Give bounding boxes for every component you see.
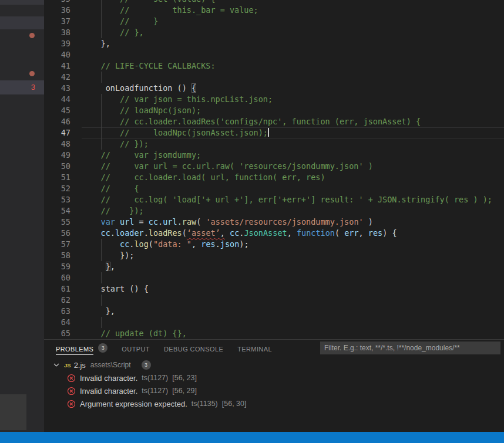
code-line-content[interactable]: // }, [82,27,504,38]
code-line-content[interactable]: }, [82,306,504,317]
code-line-content[interactable]: // loadNpc(jsonAsset.json); [82,127,504,138]
code-line[interactable]: 60 [44,272,504,283]
code-line-content[interactable]: // var url = cc.url.raw( 'resources/json… [82,161,504,172]
line-number[interactable]: 43 [44,83,70,94]
line-number[interactable]: 60 [44,272,70,283]
code-line[interactable]: 39 }, [44,38,504,49]
code-line-content[interactable]: }, [82,38,504,49]
problem-item[interactable]: Invalid character.ts(1127)[56, 23] [44,371,504,384]
line-number[interactable]: 63 [44,306,70,317]
problem-item[interactable]: Argument expression expected.ts(1135)[56… [44,397,504,410]
code-line[interactable]: 61 start () { [44,283,504,295]
line-number[interactable]: 55 [44,217,70,228]
line-number[interactable]: 48 [44,138,70,150]
line-number[interactable]: 37 [44,16,70,27]
line-number[interactable]: 45 [44,105,70,116]
code-line-content[interactable]: // cc.loader.load( url, function( err, r… [82,172,504,183]
code-line[interactable]: 65 // update (dt) {}, [44,328,504,339]
code-line-content[interactable]: // update (dt) {}, [82,328,504,339]
code-line-content[interactable]: // }); [82,138,504,150]
code-line-content[interactable]: onLoadfunction () { [82,83,504,94]
code-line-content[interactable] [82,317,504,328]
code-line[interactable]: 47 // loadNpc(jsonAsset.json); [44,127,504,138]
line-number[interactable]: 61 [44,283,70,295]
code-line[interactable]: 55 var url = cc.url.raw( 'assets/resourc… [44,217,504,228]
code-line[interactable]: 42 [44,72,504,83]
line-number[interactable]: 52 [44,183,70,194]
code-line-content[interactable]: // loadNpc(json); [82,105,504,116]
sidebar-row[interactable] [0,0,44,5]
code-line[interactable]: 45 // loadNpc(json); [44,105,504,116]
code-line[interactable]: 44 // var json = this.npcList.json; [44,94,504,105]
code-line-content[interactable]: // cc.log( 'load['+ url +'], err['+err+'… [82,194,504,205]
line-number[interactable]: 49 [44,150,70,161]
code-line-content[interactable]: // { [82,183,504,194]
code-line[interactable]: 56 cc.loader.loadRes(‘asset’, cc.JsonAss… [44,228,504,239]
line-number[interactable]: 65 [44,328,70,339]
code-line-content[interactable]: // }); [82,205,504,217]
line-number[interactable]: 53 [44,194,70,205]
line-number[interactable]: 56 [44,228,70,239]
panel-tab-output[interactable]: OUTPUT [122,340,150,356]
code-line-content[interactable]: }, [82,261,504,272]
code-line[interactable]: 59 }, [44,261,504,272]
code-line[interactable]: 40 [44,49,504,60]
problems-file-row[interactable]: JS 2.js assets\Script 3 [44,359,504,371]
code-line[interactable]: 35 // set (value) { [44,0,504,5]
code-line[interactable]: 38 // }, [44,27,504,38]
panel-tab-problems[interactable]: PROBLEMS3 [56,340,107,356]
code-line[interactable]: 52 // { [44,183,504,194]
code-line[interactable]: 37 // } [44,16,504,27]
code-line-content[interactable]: cc.log("data: ", res.json); [82,239,504,250]
code-line-content[interactable]: start () { [82,283,504,295]
line-number[interactable]: 38 [44,27,70,38]
explorer-sidebar[interactable]: 3 [0,0,44,432]
code-line-content[interactable] [82,72,504,83]
code-line-content[interactable]: // } [82,16,504,27]
editor[interactable]: 35 // set (value) {36 // this._bar = val… [44,0,504,339]
code-line-content[interactable] [82,49,504,60]
code-line[interactable]: 48 // }); [44,138,504,150]
code-line[interactable]: 64 [44,317,504,328]
line-number[interactable]: 51 [44,172,70,183]
code-line[interactable]: 43 onLoadfunction () { [44,83,504,94]
code-line[interactable]: 49 // var jsomdummy; [44,150,504,161]
code-line[interactable]: 58 }); [44,250,504,261]
line-number[interactable]: 50 [44,161,70,172]
code-line-content[interactable]: // var json = this.npcList.json; [82,94,504,105]
line-number[interactable]: 35 [44,0,70,5]
code-line[interactable]: 54 // }); [44,205,504,217]
code-line-content[interactable]: cc.loader.loadRes(‘asset’, cc.JsonAsset,… [82,228,504,239]
code-line[interactable]: 50 // var url = cc.url.raw( 'resources/j… [44,161,504,172]
panel-tab-debug-console[interactable]: DEBUG CONSOLE [164,340,223,356]
line-number[interactable]: 41 [44,60,70,72]
code-line[interactable]: 41 // LIFE-CYCLE CALLBACKS: [44,60,504,72]
code-line-content[interactable]: // var jsomdummy; [82,150,504,161]
line-number[interactable]: 46 [44,116,70,127]
line-number[interactable]: 64 [44,317,70,328]
panel-tab-terminal[interactable]: TERMINAL [237,340,272,356]
code-line-content[interactable]: var url = cc.url.raw( 'assets/resources/… [82,217,504,228]
line-number[interactable]: 42 [44,72,70,83]
code-line[interactable]: 53 // cc.log( 'load['+ url +'], err['+er… [44,194,504,205]
line-number[interactable]: 59 [44,261,70,272]
problems-filter-input[interactable] [320,341,500,354]
code-line-content[interactable] [82,272,504,283]
line-number[interactable]: 44 [44,94,70,105]
code-line-content[interactable]: // cc.loader.loadRes('configs/npc', func… [82,116,504,127]
line-number[interactable]: 54 [44,205,70,217]
code-line-content[interactable]: // LIFE-CYCLE CALLBACKS: [82,60,504,72]
code-line-content[interactable]: }); [82,250,504,261]
line-number[interactable]: 62 [44,295,70,306]
line-number[interactable]: 47 [44,127,70,138]
code-line[interactable]: 46 // cc.loader.loadRes('configs/npc', f… [44,116,504,127]
code-line[interactable]: 36 // this._bar = value; [44,5,504,16]
code-line-content[interactable] [82,295,504,306]
line-number[interactable]: 57 [44,239,70,250]
line-number[interactable]: 58 [44,250,70,261]
line-number[interactable]: 40 [44,49,70,60]
sidebar-problem-file-row[interactable]: 3 [0,80,44,94]
code-line[interactable]: 51 // cc.loader.load( url, function( err… [44,172,504,183]
sidebar-row-selected[interactable] [0,16,44,29]
line-number[interactable]: 36 [44,5,70,16]
